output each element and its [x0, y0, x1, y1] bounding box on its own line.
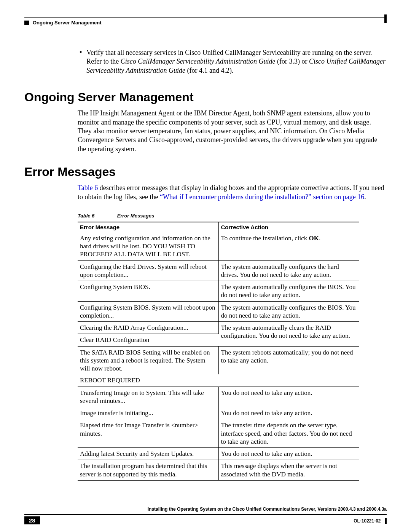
- header-square-icon: [24, 21, 29, 25]
- err-msg-cell: Clear RAID Configuration: [78, 334, 218, 346]
- table-row: Clearing the RAID Array Configuration...…: [78, 322, 359, 334]
- faq-link[interactable]: “What if I encounter problems during the…: [160, 193, 364, 201]
- bullet-text-b: (for 3.3) or: [275, 58, 309, 65]
- table-row: Configuring the Hard Drives. System will…: [78, 260, 359, 281]
- err-msg-cell: Configuring System BIOS.: [78, 281, 218, 302]
- action-cell: The system reboots automatically; you do…: [218, 346, 359, 387]
- section-heading-ongoing: Ongoing Server Management: [24, 90, 387, 104]
- bullet-item: • Verify that all necessary services in …: [80, 48, 387, 75]
- running-header: Ongoing Server Management: [24, 17, 387, 26]
- action-cell: The system automatically configures the …: [218, 260, 359, 281]
- err-msg-cell: Transferring Image on to System. This wi…: [78, 387, 218, 407]
- table-row: Configuring System BIOS. System will reb…: [78, 301, 359, 322]
- header-section-text: Ongoing Server Management: [33, 20, 102, 26]
- bullet-text-c: (for 4.1 and 4.2).: [185, 67, 233, 74]
- footer-rule: [24, 514, 387, 515]
- err-msg-cell: The SATA RAID BIOS Setting will be enabl…: [78, 346, 218, 374]
- footer-edge-mark: [385, 518, 387, 524]
- err-msg-cell: The installation program has determined …: [78, 460, 218, 481]
- action-cell: The transfer time depends on the server …: [218, 419, 359, 448]
- action-cell: The system automatically configures the …: [218, 281, 359, 302]
- action-text-a: To continue the installation, click: [221, 235, 309, 242]
- table-row: Image transfer is initiating... You do n…: [78, 407, 359, 419]
- table-row: Configuring System BIOS. The system auto…: [78, 281, 359, 302]
- section1-paragraph: The HP Insight Management Agent or the I…: [78, 109, 387, 153]
- action-cell: This message displays when the server is…: [218, 460, 359, 481]
- table-caption-title: Error Messages: [117, 213, 155, 219]
- table-header-action: Corrective Action: [218, 222, 359, 232]
- table-row: Elapsed time for Image Transfer is <numb…: [78, 419, 359, 448]
- section2-paragraph: Table 6 describes error messages that di…: [78, 184, 387, 201]
- action-bold: OK: [309, 235, 319, 242]
- table-caption: Table 6 Error Messages: [78, 213, 387, 219]
- error-messages-table: Error Message Corrective Action Any exis…: [78, 222, 359, 481]
- header-edge-mark: [384, 14, 387, 23]
- section-heading-errors: Error Messages: [24, 165, 387, 179]
- err-msg-cell: Configuring the Hard Drives. System will…: [78, 260, 218, 281]
- table-row: The SATA RAID BIOS Setting will be enabl…: [78, 346, 359, 374]
- bullet-text: Verify that all necessary services in Ci…: [86, 48, 387, 75]
- action-cell: You do not need to take any action.: [218, 387, 359, 407]
- table6-link[interactable]: Table 6: [78, 184, 98, 192]
- table-row: Any existing configuration and informati…: [78, 232, 359, 260]
- bullet-dot-icon: •: [80, 48, 82, 75]
- action-cell: The system automatically configures the …: [218, 301, 359, 322]
- err-msg-cell: Image transfer is initiating...: [78, 407, 218, 419]
- action-cell: To continue the installation, click OK.: [218, 232, 359, 260]
- table-row: Transferring Image on to System. This wi…: [78, 387, 359, 407]
- page-footer: Installing the Operating System on the C…: [24, 506, 387, 524]
- err-msg-cell: Clearing the RAID Array Configuration...: [78, 322, 218, 334]
- table-row: The installation program has determined …: [78, 460, 359, 481]
- sec2-text-c: .: [364, 193, 366, 201]
- action-cell: You do not need to take any action.: [218, 448, 359, 460]
- err-msg-cell: Adding latest Security and System Update…: [78, 448, 218, 460]
- err-msg-cell: Elapsed time for Image Transfer is <numb…: [78, 419, 218, 448]
- doc-id: OL-10221-02: [354, 518, 381, 524]
- err-msg-cell: Configuring System BIOS. System will reb…: [78, 301, 218, 322]
- table-caption-label: Table 6: [78, 213, 116, 219]
- table-header-error: Error Message: [78, 222, 218, 232]
- err-msg-cell: REBOOT REQUIRED: [78, 374, 218, 387]
- action-text-b: .: [319, 235, 320, 242]
- action-cell: The system automatically clears the RAID…: [218, 322, 359, 347]
- footer-doc-title: Installing the Operating System on the C…: [24, 506, 387, 512]
- page-number: 28: [24, 516, 40, 524]
- table-row: Adding latest Security and System Update…: [78, 448, 359, 460]
- err-msg-cell: Any existing configuration and informati…: [78, 232, 218, 260]
- bullet-italic-a: Cisco CallManager Serviceability Adminis…: [121, 58, 276, 65]
- action-cell: You do not need to take any action.: [218, 407, 359, 419]
